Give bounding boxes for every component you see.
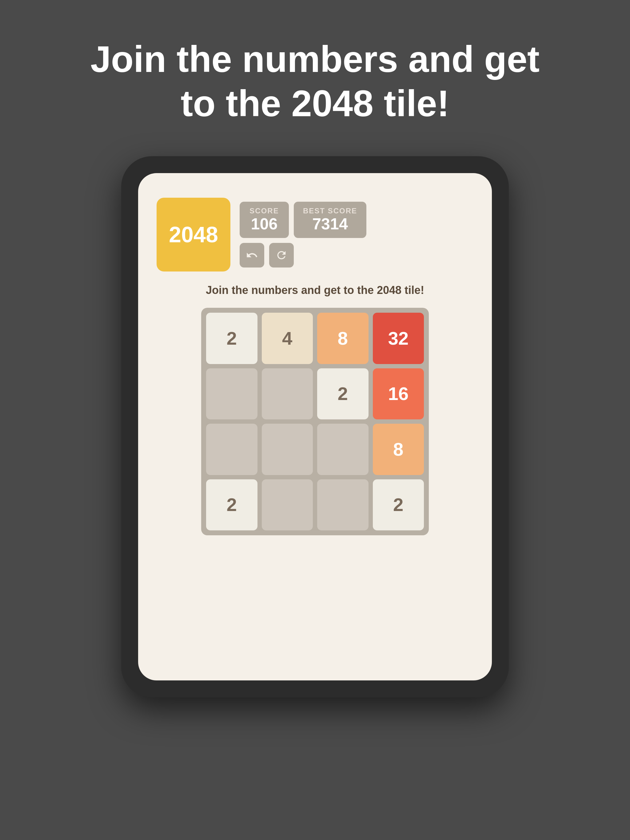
board-cell-3-2 — [317, 479, 369, 531]
board-cell-1-2: 2 — [317, 368, 369, 420]
board-cell-2-2 — [317, 424, 369, 475]
score-area: SCORE 106 BEST SCORE 7314 — [240, 202, 473, 267]
game-board[interactable]: 24832216822 — [201, 308, 429, 535]
undo-button[interactable] — [240, 243, 264, 267]
logo-text: 2048 — [169, 222, 218, 247]
button-row — [240, 243, 473, 267]
board-cell-0-1: 4 — [262, 313, 313, 364]
board-cell-1-3: 16 — [373, 368, 424, 420]
restart-button[interactable] — [269, 243, 294, 267]
board-cell-3-0: 2 — [206, 479, 258, 531]
best-score-value: 7314 — [312, 215, 348, 233]
board-cell-2-1 — [262, 424, 313, 475]
restart-icon — [275, 249, 288, 261]
board-cell-0-3: 32 — [373, 313, 424, 364]
game-header: 2048 SCORE 106 BEST SCORE 7314 — [157, 198, 473, 272]
score-label: SCORE — [250, 207, 279, 215]
best-score-label: BEST SCORE — [303, 207, 357, 215]
page-headline: Join the numbers and get to the 2048 til… — [69, 37, 561, 125]
board-cell-3-3: 2 — [373, 479, 424, 531]
board-cell-2-3: 8 — [373, 424, 424, 475]
board-cell-1-1 — [262, 368, 313, 420]
game-tagline: Join the numbers and get to the 2048 til… — [206, 284, 424, 297]
game-logo: 2048 — [157, 198, 230, 272]
tablet-screen: 2048 SCORE 106 BEST SCORE 7314 — [138, 173, 492, 681]
board-cell-3-1 — [262, 479, 313, 531]
board-cell-0-0: 2 — [206, 313, 258, 364]
score-row: SCORE 106 BEST SCORE 7314 — [240, 202, 473, 238]
board-cell-1-0 — [206, 368, 258, 420]
tablet-device: 2048 SCORE 106 BEST SCORE 7314 — [121, 156, 509, 697]
score-box: SCORE 106 — [240, 202, 289, 238]
board-cell-0-2: 8 — [317, 313, 369, 364]
undo-icon — [246, 249, 258, 261]
best-score-box: BEST SCORE 7314 — [294, 202, 366, 238]
board-cell-2-0 — [206, 424, 258, 475]
score-value: 106 — [251, 215, 278, 233]
